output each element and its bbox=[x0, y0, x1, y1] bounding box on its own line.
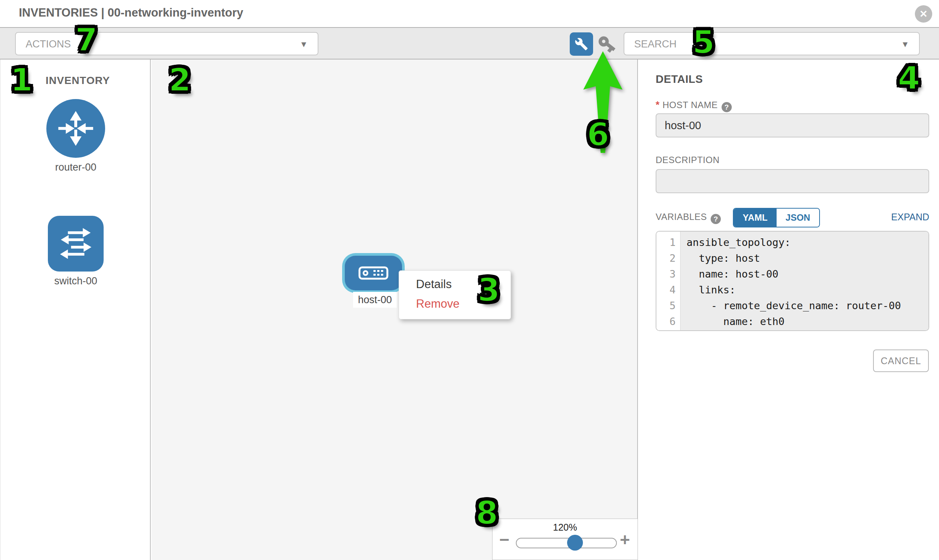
line-number: 7 bbox=[657, 329, 680, 331]
line-number: 3 bbox=[657, 266, 680, 282]
code-gutter: 1 2 3 4 5 6 7 bbox=[657, 232, 680, 330]
hostname-input[interactable] bbox=[656, 113, 929, 137]
variables-row: VARIABLES? YAML JSON EXPAND bbox=[656, 208, 929, 228]
host-node[interactable] bbox=[345, 256, 402, 290]
required-asterisk: * bbox=[656, 99, 659, 110]
zoom-in-button[interactable]: + bbox=[620, 529, 630, 550]
router-icon bbox=[46, 99, 105, 158]
details-panel-title: DETAILS bbox=[656, 73, 703, 86]
context-menu-item-details[interactable]: Details bbox=[416, 278, 452, 291]
zoom-slider-track[interactable] bbox=[516, 538, 617, 548]
palette-item-router[interactable]: router-00 bbox=[46, 99, 106, 173]
close-icon: ✕ bbox=[919, 8, 928, 20]
app-header: INVENTORIES | 00-networking-inventory ✕ bbox=[0, 0, 939, 27]
code-line: ansible_topology: bbox=[686, 235, 928, 251]
toggle-json-button[interactable]: JSON bbox=[777, 209, 819, 227]
description-label: DESCRIPTION bbox=[656, 155, 720, 165]
line-number: 6 bbox=[657, 314, 680, 329]
chevron-down-icon: ▼ bbox=[901, 40, 909, 49]
code-line: name: eth0 bbox=[686, 314, 928, 329]
help-icon[interactable]: ? bbox=[722, 102, 732, 112]
code-body: ansible_topology: type: host name: host-… bbox=[680, 232, 928, 330]
zoom-control: 120% − + bbox=[492, 518, 638, 560]
code-line: remote_interface_name: eth0 bbox=[686, 329, 928, 331]
line-number: 2 bbox=[657, 251, 680, 266]
annotation-7: 7 bbox=[76, 24, 97, 56]
zoom-slider-thumb[interactable] bbox=[567, 535, 583, 551]
context-menu-item-remove[interactable]: Remove bbox=[416, 297, 459, 311]
details-panel: DETAILS *HOST NAME? DESCRIPTION VARIABLE… bbox=[639, 60, 939, 560]
variables-label: VARIABLES bbox=[656, 212, 707, 222]
annotation-3: 3 bbox=[478, 274, 500, 306]
annotation-5: 5 bbox=[692, 26, 714, 58]
server-icon bbox=[358, 266, 389, 280]
cancel-button[interactable]: CANCEL bbox=[873, 349, 929, 372]
line-number: 5 bbox=[657, 298, 680, 314]
toggle-yaml-button[interactable]: YAML bbox=[734, 209, 777, 227]
variables-code-editor[interactable]: 1 2 3 4 5 6 7 ansible_topology: type: ho… bbox=[656, 231, 929, 331]
expand-link[interactable]: EXPAND bbox=[891, 212, 929, 223]
annotation-1: 1 bbox=[11, 64, 32, 95]
search-dropdown-label: SEARCH bbox=[634, 38, 677, 50]
hostname-label: HOST NAME bbox=[662, 100, 718, 110]
sidebar-title: INVENTORY bbox=[46, 75, 110, 87]
code-line: type: host bbox=[686, 251, 928, 266]
code-line: name: host-00 bbox=[686, 266, 928, 282]
code-line: - remote_device_name: router-00 bbox=[686, 298, 928, 314]
palette-item-label: switch-00 bbox=[46, 275, 106, 287]
zoom-out-button[interactable]: − bbox=[499, 529, 509, 550]
switch-icon bbox=[48, 216, 103, 272]
topology-canvas[interactable]: host-00 Details Remove 120% − + bbox=[151, 60, 638, 560]
page-title: INVENTORIES | 00-networking-inventory bbox=[19, 6, 243, 20]
help-icon[interactable]: ? bbox=[711, 214, 721, 224]
annotation-4: 4 bbox=[898, 62, 920, 94]
line-number: 1 bbox=[657, 235, 680, 251]
palette-item-switch[interactable]: switch-00 bbox=[46, 216, 106, 287]
inventory-sidebar: INVENTORY router-00 bbox=[0, 60, 151, 560]
annotation-6: 6 bbox=[587, 118, 609, 150]
line-number: 4 bbox=[657, 282, 680, 298]
search-dropdown[interactable]: SEARCH ▼ bbox=[624, 32, 920, 55]
actions-dropdown[interactable]: ACTIONS ▼ bbox=[15, 32, 318, 55]
code-line: links: bbox=[686, 282, 928, 298]
chevron-down-icon: ▼ bbox=[299, 40, 308, 49]
toolbar: ACTIONS ▼ SEARCH ▼ bbox=[0, 27, 939, 60]
palette-item-label: router-00 bbox=[46, 162, 106, 173]
annotation-2: 2 bbox=[169, 64, 191, 95]
zoom-percentage: 120% bbox=[492, 522, 638, 533]
annotation-8: 8 bbox=[476, 497, 498, 529]
actions-dropdown-label: ACTIONS bbox=[26, 38, 71, 50]
wrench-icon bbox=[575, 37, 588, 51]
hostname-label-row: *HOST NAME? bbox=[656, 99, 732, 112]
description-input[interactable] bbox=[656, 169, 929, 193]
close-button[interactable]: ✕ bbox=[915, 5, 932, 23]
format-toggle: YAML JSON bbox=[733, 208, 820, 228]
host-node-label: host-00 bbox=[353, 292, 397, 308]
